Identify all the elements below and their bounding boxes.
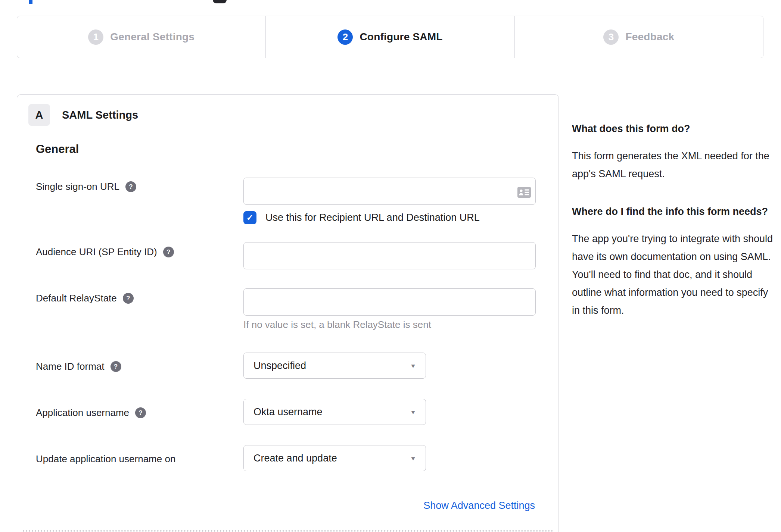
step-1-label: General Settings bbox=[110, 31, 195, 43]
single-sign-on-url-label: Single sign-on URL ? bbox=[36, 181, 136, 193]
application-username-label-text: Application username bbox=[36, 407, 129, 419]
section-a-badge: A bbox=[28, 104, 50, 126]
step-configure-saml[interactable]: 2 Configure SAML bbox=[265, 16, 514, 58]
general-group-heading: General bbox=[36, 143, 79, 156]
application-username-select[interactable]: Okta username ▼ bbox=[243, 399, 426, 425]
chevron-down-icon: ▼ bbox=[410, 363, 416, 369]
step-general-settings[interactable]: 1 General Settings bbox=[17, 16, 265, 58]
help-icon[interactable]: ? bbox=[111, 361, 121, 372]
update-application-username-label-text: Update application username on bbox=[36, 453, 175, 465]
step-3-label: Feedback bbox=[625, 31, 674, 43]
step-2-label: Configure SAML bbox=[360, 31, 442, 43]
step-1-number-badge: 1 bbox=[88, 29, 103, 45]
sidebar-body-where: The app you're trying to integrate with … bbox=[572, 230, 773, 319]
audience-uri-label-text: Audience URI (SP Entity ID) bbox=[36, 246, 157, 258]
panel-dotted-divider bbox=[23, 530, 553, 532]
help-icon[interactable]: ? bbox=[135, 407, 146, 418]
sidebar-heading-what: What does this form do? bbox=[572, 120, 773, 137]
help-sidebar: What does this form do? This form genera… bbox=[572, 120, 773, 339]
cropped-icon-fragment bbox=[213, 0, 227, 3]
default-relaystate-input[interactable] bbox=[243, 288, 536, 316]
update-application-username-label: Update application username on bbox=[36, 453, 175, 465]
help-icon[interactable]: ? bbox=[163, 247, 174, 257]
chevron-down-icon: ▼ bbox=[410, 455, 416, 461]
default-relaystate-label-text: Default RelayState bbox=[36, 292, 117, 304]
application-username-value: Okta username bbox=[253, 406, 323, 418]
help-icon[interactable]: ? bbox=[125, 181, 136, 192]
relaystate-hint: If no value is set, a blank RelayState i… bbox=[243, 319, 431, 331]
chevron-down-icon: ▼ bbox=[410, 409, 416, 415]
audience-uri-input[interactable] bbox=[243, 242, 536, 269]
step-3-number-badge: 3 bbox=[603, 29, 619, 45]
single-sign-on-url-input[interactable] bbox=[243, 178, 536, 205]
sidebar-body-what: This form generates the XML needed for t… bbox=[572, 147, 773, 183]
single-sign-on-url-label-text: Single sign-on URL bbox=[36, 181, 119, 193]
cropped-title-accent-fragment bbox=[29, 0, 32, 4]
default-relaystate-label: Default RelayState ? bbox=[36, 292, 134, 304]
recipient-url-checkbox[interactable]: ✓ bbox=[243, 211, 256, 224]
show-advanced-settings-link[interactable]: Show Advanced Settings bbox=[423, 500, 535, 511]
update-application-username-select[interactable]: Create and update ▼ bbox=[243, 445, 426, 471]
name-id-format-label: Name ID format ? bbox=[36, 361, 121, 372]
name-id-format-value: Unspecified bbox=[253, 360, 306, 372]
wizard-stepper: 1 General Settings 2 Configure SAML 3 Fe… bbox=[17, 16, 763, 58]
step-feedback[interactable]: 3 Feedback bbox=[514, 16, 763, 58]
step-2-number-badge: 2 bbox=[337, 29, 353, 45]
name-id-format-label-text: Name ID format bbox=[36, 361, 105, 372]
update-application-username-value: Create and update bbox=[253, 453, 337, 464]
name-id-format-select[interactable]: Unspecified ▼ bbox=[243, 353, 426, 379]
audience-uri-label: Audience URI (SP Entity ID) ? bbox=[36, 246, 174, 258]
saml-settings-panel: A SAML Settings General Single sign-on U… bbox=[17, 94, 559, 532]
sidebar-heading-where: Where do I find the info this form needs… bbox=[572, 203, 773, 220]
application-username-label: Application username ? bbox=[36, 407, 146, 419]
help-icon[interactable]: ? bbox=[123, 293, 134, 304]
recipient-url-checkbox-label: Use this for Recipient URL and Destinati… bbox=[265, 212, 480, 223]
section-title: SAML Settings bbox=[62, 109, 138, 121]
